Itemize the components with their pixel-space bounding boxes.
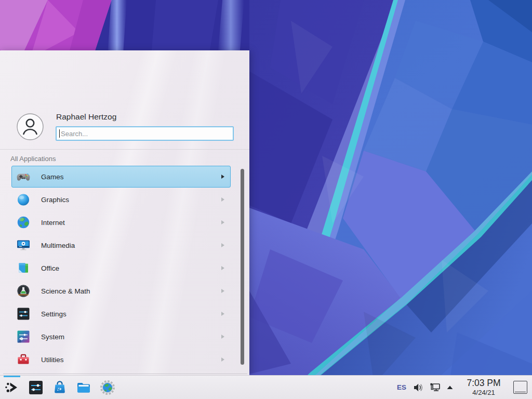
- web-browser-button[interactable]: [96, 376, 119, 399]
- category-settings[interactable]: Settings: [11, 303, 231, 325]
- text-cursor: [59, 129, 60, 138]
- tab-bar-separator: [3, 374, 247, 374]
- globe-gear-icon: [99, 379, 116, 396]
- clock-date: 4/24/21: [461, 389, 507, 396]
- toolbox-icon: [16, 352, 31, 367]
- flask-icon: [16, 284, 31, 298]
- keyboard-layout-indicator[interactable]: ES: [395, 383, 408, 391]
- wired-network-icon: [429, 382, 441, 393]
- search-input[interactable]: [56, 126, 234, 141]
- user-avatar[interactable]: [17, 113, 44, 140]
- application-launcher-button[interactable]: [0, 376, 24, 399]
- clock-time: 7:03 PM: [461, 379, 507, 388]
- folder-icon: [75, 379, 92, 396]
- list-scrollbar[interactable]: [241, 169, 244, 365]
- gamepad-icon: [16, 169, 31, 184]
- volume-button[interactable]: [413, 382, 424, 393]
- application-launcher-popup: Raphael Hertzog All Applications Games: [0, 50, 249, 375]
- category-label: Office: [41, 264, 59, 272]
- category-games[interactable]: Games: [11, 166, 231, 188]
- system-tray: ES: [395, 379, 529, 396]
- category-label: Graphics: [41, 196, 69, 204]
- submenu-arrow-icon: [221, 334, 225, 339]
- tray-expander-button[interactable]: [446, 384, 454, 391]
- dolphin-file-manager-button[interactable]: [72, 376, 96, 399]
- category-label: Settings: [41, 310, 66, 318]
- category-label: Games: [41, 173, 64, 181]
- desktop: Raphael Hertzog All Applications Games: [0, 0, 532, 399]
- media-player-icon: [16, 238, 31, 252]
- digital-clock[interactable]: 7:03 PM 4/24/21: [461, 379, 507, 396]
- category-label: Science & Math: [41, 287, 90, 295]
- show-desktop-button[interactable]: [513, 381, 527, 394]
- section-label: All Applications: [10, 155, 56, 163]
- submenu-arrow-icon: [221, 243, 225, 248]
- category-multimedia[interactable]: Multimedia: [11, 234, 231, 256]
- submenu-arrow-icon: [221, 265, 225, 271]
- system-settings-button[interactable]: [24, 376, 48, 399]
- documents-icon: [16, 261, 31, 275]
- taskbar-panel: ES: [0, 375, 532, 399]
- speaker-icon: [413, 382, 424, 393]
- caret-up-icon: [446, 384, 454, 391]
- category-utilities[interactable]: Utilities: [11, 349, 231, 370]
- category-science-math[interactable]: Science & Math: [11, 280, 231, 302]
- category-system[interactable]: System: [11, 326, 231, 348]
- search-field-wrap: [56, 126, 234, 141]
- submenu-arrow-icon: [221, 197, 225, 202]
- discover-button[interactable]: [48, 376, 72, 399]
- category-label: Multimedia: [41, 242, 75, 249]
- system-settings-icon: [28, 379, 44, 396]
- submenu-arrow-icon: [221, 220, 225, 225]
- sphere-icon: [16, 192, 31, 207]
- category-office[interactable]: Office: [11, 257, 231, 279]
- category-label: Utilities: [41, 356, 64, 364]
- application-category-list: Games Graphics: [0, 166, 249, 374]
- submenu-arrow-icon: [221, 174, 225, 179]
- category-label: Internet: [41, 219, 65, 227]
- submenu-arrow-icon: [221, 311, 225, 316]
- header-separator: [0, 149, 249, 150]
- category-internet[interactable]: Internet: [11, 211, 231, 233]
- sliders-icon: [16, 307, 31, 321]
- globe-icon: [16, 215, 31, 230]
- submenu-arrow-icon: [221, 288, 225, 294]
- submenu-arrow-icon: [221, 357, 225, 362]
- category-label: System: [41, 333, 64, 341]
- kde-launcher-icon: [4, 379, 20, 396]
- network-button[interactable]: [429, 382, 441, 393]
- discover-icon: [51, 379, 68, 396]
- user-name: Raphael Hertzog: [56, 112, 116, 122]
- system-sliders-icon: [16, 329, 31, 344]
- category-graphics[interactable]: Graphics: [11, 189, 231, 210]
